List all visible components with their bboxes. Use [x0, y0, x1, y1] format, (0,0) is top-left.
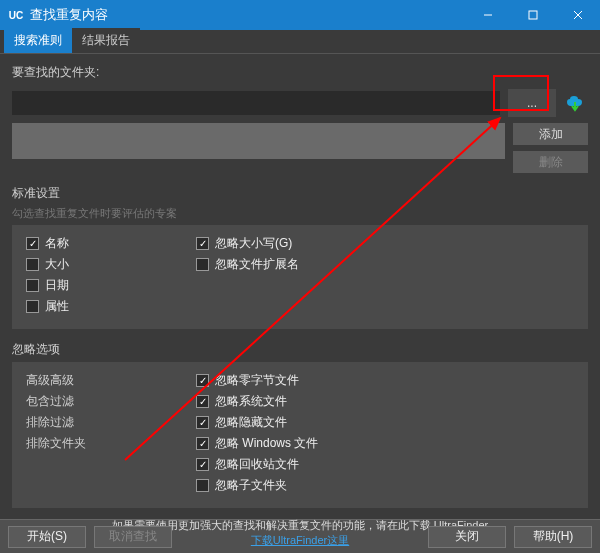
window-controls	[465, 0, 600, 30]
cancel-search-button[interactable]: 取消查找	[94, 526, 172, 548]
checkbox-date[interactable]	[26, 279, 39, 292]
checkbox-hidden[interactable]	[196, 416, 209, 429]
checkbox-ignore-ext[interactable]	[196, 258, 209, 271]
label-system: 忽略系统文件	[215, 393, 287, 410]
promo-link[interactable]: 下载UltraFinder这里	[251, 534, 349, 546]
checkbox-name[interactable]	[26, 237, 39, 250]
svg-rect-1	[529, 11, 537, 19]
label-subfolders: 忽略子文件夹	[215, 477, 287, 494]
label-recycle: 忽略回收站文件	[215, 456, 299, 473]
checkbox-ignore-case[interactable]	[196, 237, 209, 250]
link-exclude-filter[interactable]: 排除过滤	[26, 414, 156, 431]
tabbar: 搜索准则 结果报告	[0, 30, 600, 54]
criteria-subtitle: 勾选查找重复文件时要评估的专案	[12, 206, 588, 225]
link-advanced[interactable]: 高级高级	[26, 372, 156, 389]
delete-button[interactable]: 删除	[513, 151, 588, 173]
label-hidden: 忽略隐藏文件	[215, 414, 287, 431]
ignore-section: 忽略选项 高级高级 包含过滤 排除过滤 排除文件夹 忽略零字节文件 忽略系统文件…	[12, 339, 588, 508]
checkbox-windows[interactable]	[196, 437, 209, 450]
tab-search-criteria[interactable]: 搜索准则	[4, 28, 72, 53]
criteria-section: 标准设置 勾选查找重复文件时要评估的专案 名称 大小 日期 属性 忽略大小写(G…	[12, 183, 588, 329]
content-area: 要查找的文件夹: ... 添加 删除 标准设置 勾选查找重复文件时要评估的专案 …	[0, 54, 600, 519]
folder-path-input[interactable]	[12, 91, 500, 115]
cloud-download-icon[interactable]	[564, 94, 588, 112]
checkbox-size[interactable]	[26, 258, 39, 271]
add-button[interactable]: 添加	[513, 123, 588, 145]
criteria-title: 标准设置	[12, 183, 588, 206]
label-ignore-case: 忽略大小写(G)	[215, 235, 292, 252]
checkbox-zero-byte[interactable]	[196, 374, 209, 387]
label-ignore-ext: 忽略文件扩展名	[215, 256, 299, 273]
folder-label: 要查找的文件夹:	[12, 64, 588, 81]
checkbox-subfolders[interactable]	[196, 479, 209, 492]
checkbox-system[interactable]	[196, 395, 209, 408]
ellipsis-icon: ...	[527, 96, 537, 110]
browse-button[interactable]: ...	[508, 89, 556, 117]
titlebar: UC 查找重复内容	[0, 0, 600, 30]
minimize-button[interactable]	[465, 0, 510, 30]
window-title: 查找重复内容	[30, 6, 108, 24]
label-size: 大小	[45, 256, 69, 273]
label-zero-byte: 忽略零字节文件	[215, 372, 299, 389]
tab-results-report[interactable]: 结果报告	[72, 28, 140, 53]
link-exclude-folder[interactable]: 排除文件夹	[26, 435, 156, 452]
label-windows: 忽略 Windows 文件	[215, 435, 318, 452]
start-button[interactable]: 开始(S)	[8, 526, 86, 548]
link-include-filter[interactable]: 包含过滤	[26, 393, 156, 410]
label-name: 名称	[45, 235, 69, 252]
checkbox-recycle[interactable]	[196, 458, 209, 471]
folder-path-row: ...	[12, 89, 588, 117]
folder-list-area: 添加 删除	[12, 123, 588, 173]
close-dialog-button[interactable]: 关闭	[428, 526, 506, 548]
help-button[interactable]: 帮助(H)	[514, 526, 592, 548]
label-attrs: 属性	[45, 298, 69, 315]
checkbox-attrs[interactable]	[26, 300, 39, 313]
ignore-title: 忽略选项	[12, 339, 588, 362]
close-button[interactable]	[555, 0, 600, 30]
app-logo-icon: UC	[8, 7, 24, 23]
folder-list[interactable]	[12, 123, 505, 159]
label-date: 日期	[45, 277, 69, 294]
maximize-button[interactable]	[510, 0, 555, 30]
